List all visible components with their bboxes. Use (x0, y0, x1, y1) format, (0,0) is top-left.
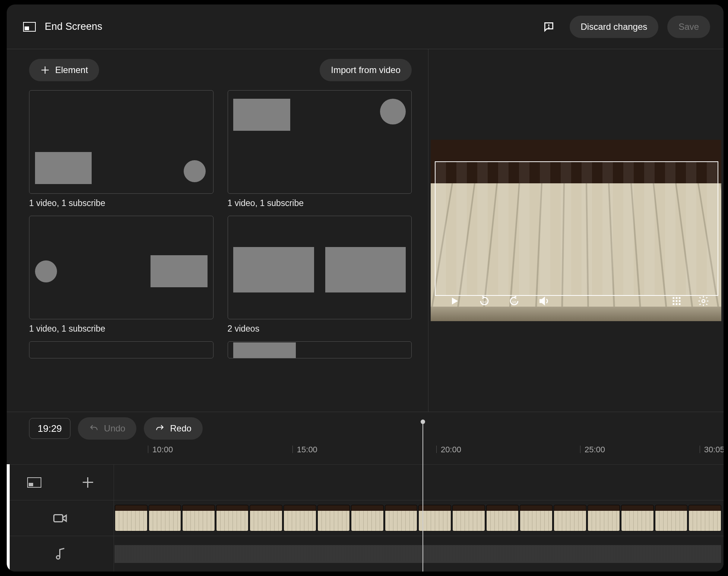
music-note-icon (55, 547, 66, 561)
forward-10-icon: 10 (508, 295, 520, 307)
end-screen-icon (23, 22, 36, 32)
audio-track (7, 536, 724, 572)
template-label: 2 videos (228, 324, 412, 334)
play-icon (449, 296, 460, 306)
feedback-button[interactable] (541, 19, 557, 35)
templates-grid: 1 video, 1 subscribe 1 video, 1 subscrib… (29, 90, 412, 412)
template-item: 2 videos (228, 216, 412, 334)
templates-toolbar: Element Import from video (29, 59, 412, 81)
play-button[interactable] (448, 294, 461, 308)
end-screen-track-head (7, 465, 114, 500)
volume-button[interactable] (537, 294, 551, 308)
video-track-icon (53, 513, 67, 524)
video-controls-left: 10 10 (448, 294, 551, 308)
audio-waveform (115, 545, 721, 563)
video-preview[interactable]: 10 10 (431, 140, 721, 322)
video-track (7, 500, 724, 536)
end-screen-track (7, 464, 724, 500)
svg-rect-14 (679, 303, 681, 305)
svg-text:10: 10 (512, 300, 516, 304)
template-item (29, 341, 213, 358)
end-screen-track-body[interactable] (114, 465, 724, 500)
ruler-tick: 10:00 (152, 445, 173, 455)
track-left-handle[interactable] (7, 464, 10, 572)
grid-button[interactable] (670, 294, 683, 308)
add-end-screen-element-button[interactable] (83, 477, 93, 488)
svg-rect-6 (673, 297, 675, 299)
template-item: 1 video, 1 subscribe (29, 216, 213, 334)
forward-10-button[interactable]: 10 (507, 294, 521, 308)
import-from-video-button[interactable]: Import from video (320, 59, 412, 81)
page-title: End Screens (45, 21, 102, 32)
svg-rect-12 (673, 303, 675, 305)
template-card[interactable] (228, 90, 412, 194)
svg-rect-13 (676, 303, 678, 305)
playhead-handle[interactable] (421, 420, 425, 424)
svg-rect-8 (679, 297, 681, 299)
svg-text:10: 10 (482, 300, 487, 304)
video-thumbnails (115, 505, 721, 531)
grid-icon (671, 296, 682, 306)
header: End Screens Discard changes Save (7, 4, 724, 49)
main-content: Element Import from video 1 video, 1 sub… (7, 49, 724, 412)
plus-icon (40, 65, 50, 75)
svg-rect-7 (676, 297, 678, 299)
volume-icon (538, 295, 550, 307)
template-label: 1 video, 1 subscribe (29, 198, 213, 208)
end-screen-safe-zone (435, 161, 718, 296)
template-item: 1 video, 1 subscribe (228, 90, 412, 208)
end-screen-track-icon[interactable] (27, 477, 41, 488)
video-controls-right (670, 294, 710, 308)
audio-track-body[interactable] (114, 536, 724, 572)
ruler-tick: 20:00 (441, 445, 461, 455)
timeline-toolbar: 19:29 Undo Redo (7, 412, 724, 442)
redo-button[interactable]: Redo (144, 417, 202, 440)
redo-label: Redo (170, 423, 191, 434)
save-button: Save (667, 16, 710, 38)
feedback-icon (543, 21, 555, 33)
timeline-tracks (7, 464, 724, 572)
svg-rect-9 (673, 300, 675, 302)
undo-icon (89, 424, 99, 433)
templates-panel: Element Import from video 1 video, 1 sub… (7, 49, 428, 412)
template-label: 1 video, 1 subscribe (29, 324, 213, 334)
add-element-button[interactable]: Element (29, 59, 99, 81)
svg-rect-11 (679, 300, 681, 302)
add-element-label: Element (55, 65, 88, 75)
svg-rect-10 (676, 300, 678, 302)
undo-label: Undo (104, 423, 125, 434)
end-screens-editor: End Screens Discard changes Save Element (7, 4, 724, 572)
playhead-line[interactable] (422, 420, 423, 572)
audio-track-head (7, 536, 114, 572)
video-track-body[interactable] (114, 500, 724, 536)
svg-rect-16 (54, 515, 63, 522)
template-card[interactable] (228, 216, 412, 319)
video-track-head (7, 500, 114, 536)
template-card[interactable] (29, 216, 213, 319)
preview-panel: 10 10 (428, 49, 724, 412)
svg-point-15 (702, 300, 705, 303)
template-item (228, 341, 412, 358)
rewind-10-icon: 10 (478, 295, 491, 307)
redo-icon (155, 424, 165, 433)
timecode[interactable]: 19:29 (29, 418, 70, 439)
svg-point-1 (548, 27, 549, 28)
ruler-tick: 25:00 (585, 445, 605, 455)
rewind-10-button[interactable]: 10 (478, 294, 491, 308)
template-card[interactable] (228, 341, 412, 358)
timeline-ruler[interactable]: 10:00 15:00 20:00 25:00 30:05 (114, 442, 724, 464)
ruler-tick: 15:00 (297, 445, 317, 455)
timeline: 19:29 Undo Redo 10:00 15:00 20:00 25:00 … (7, 412, 724, 572)
template-item: 1 video, 1 subscribe (29, 90, 213, 208)
gear-icon (697, 295, 709, 307)
settings-button[interactable] (697, 294, 710, 308)
template-card[interactable] (29, 90, 213, 194)
undo-button: Undo (78, 417, 136, 440)
template-label: 1 video, 1 subscribe (228, 198, 412, 208)
discard-button[interactable]: Discard changes (570, 16, 659, 38)
template-card[interactable] (29, 341, 213, 358)
ruler-tick: 30:05 (704, 445, 724, 455)
